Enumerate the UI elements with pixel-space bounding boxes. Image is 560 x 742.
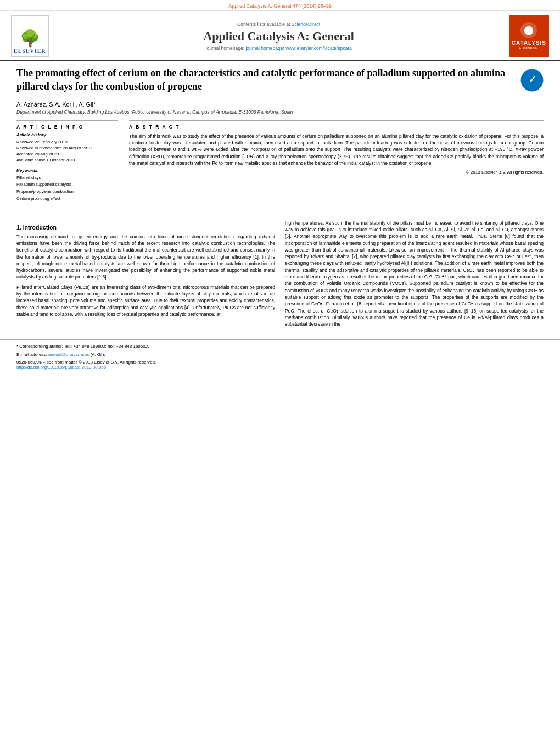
article-title: The promoting effect of cerium on the ch… [16, 66, 509, 93]
journal-header: 🌳 ELSEVIER Contents lists available at S… [0, 11, 560, 61]
email-prefix: E-mail address: [16, 352, 48, 357]
catalysis-title: CATALYSIS [512, 40, 546, 47]
keyword-4: Cerium promoting effect [16, 196, 118, 203]
svg-text:CrossMark: CrossMark [525, 87, 539, 90]
abstract-header: A B S T R A C T [129, 124, 544, 130]
received-date: Received 22 February 2013 [16, 139, 118, 145]
authors: A. Aznárez, S.A. Korili, A. Gil* [16, 101, 544, 108]
keyword-1: Pillared clays [16, 175, 118, 182]
section-divider [0, 214, 560, 214]
journal-link[interactable]: Applied Catalysis A: General 474 (2014) … [228, 3, 332, 9]
contents-line: Contents lists available at ScienceDirec… [49, 21, 509, 27]
article-info-box: A R T I C L E I N F O Article history: R… [16, 120, 118, 203]
intro-paragraph-1: The increasing demand for green energy a… [16, 233, 275, 281]
accepted-date: Accepted 29 August 2013 [16, 151, 118, 157]
intro-section-title: 1. Introduction [16, 224, 275, 231]
elsevier-logo: 🌳 ELSEVIER [11, 15, 49, 57]
keyword-2: Palladium supported catalysts [16, 181, 118, 188]
issn-line: 0926-860X/$ – see front matter © 2013 El… [16, 360, 544, 365]
history-label: Article history: [16, 132, 118, 137]
catalysis-logo: ⬤ CATALYSIS A: GENERAL [509, 15, 549, 57]
email-link[interactable]: andoni@unavarra.es [48, 352, 89, 357]
elsevier-brand: ELSEVIER [14, 48, 46, 54]
article-info-column: A R T I C L E I N F O Article history: R… [16, 120, 118, 203]
article-title-section: The promoting effect of cerium on the ch… [16, 66, 544, 97]
affiliation: Department of Applied Chemistry, Buildin… [16, 109, 544, 115]
abstract-text: The aim of this work was to study the ef… [129, 133, 544, 167]
copyright: © 2013 Elsevier B.V. All rights reserved… [129, 170, 544, 175]
section-title-text: Introduction [23, 224, 57, 231]
crossmark-badge[interactable]: ✓ CrossMark [520, 69, 544, 92]
journal-url[interactable]: journal homepage: www.elsevier.com/locat… [245, 46, 351, 51]
main-col-right: high temperatures. As such, the thermal … [285, 220, 544, 331]
catalysis-icon: ⬤ [520, 22, 537, 38]
main-col-left: 1. Introduction The increasing demand fo… [16, 220, 275, 331]
available-date: Available online 1 October 2013 [16, 157, 118, 163]
article-body: The promoting effect of cerium on the ch… [0, 61, 560, 208]
title-text: The promoting effect of cerium on the ch… [16, 66, 509, 93]
page: Applied Catalysis A: General 474 (2014) … [0, 0, 560, 742]
info-abstract-columns: A R T I C L E I N F O Article history: R… [16, 120, 544, 203]
top-bar: Applied Catalysis A: General 474 (2014) … [0, 0, 560, 11]
received-revised-date: Received in revised form 28 August 2013 [16, 145, 118, 151]
journal-title: Applied Catalysis A: General [49, 29, 509, 43]
email-note: E-mail address: andoni@unavarra.es (A. G… [16, 352, 544, 358]
svg-text:✓: ✓ [528, 74, 536, 85]
email-suffix: (A. Gil). [90, 352, 105, 357]
corresponding-note: * Corresponding author. Tel.: +34 948 16… [16, 343, 544, 350]
keywords-label: Keywords: [16, 168, 118, 173]
intro-paragraph-3: high temperatures. As such, the thermal … [285, 220, 544, 328]
homepage-line: journal homepage: journal homepage: www.… [49, 46, 509, 51]
sciencedirect-link[interactable]: ScienceDirect [292, 21, 320, 27]
abstract-column: A B S T R A C T The aim of this work was… [129, 120, 544, 203]
article-info-header: A R T I C L E I N F O [16, 124, 118, 130]
crossmark-svg: ✓ CrossMark [520, 69, 544, 92]
keyword-3: Propene/propylene combustion [16, 188, 118, 196]
doi-line[interactable]: http://dx.doi.org/10.1016/j.apcata.2013.… [16, 365, 544, 370]
intro-paragraph-2: Pillared InterCalated Clays (PILCs) are … [16, 284, 275, 318]
catalysis-subtitle: A: GENERAL [519, 47, 539, 51]
keywords-section: Keywords: Pillared clays Palladium suppo… [16, 168, 118, 203]
main-content: 1. Introduction The increasing demand fo… [0, 220, 560, 337]
article-footer: * Corresponding author. Tel.: +34 948 16… [0, 339, 560, 373]
journal-center-info: Contents lists available at ScienceDirec… [49, 21, 509, 51]
abstract-box: A B S T R A C T The aim of this work was… [129, 120, 544, 175]
tree-icon: 🌳 [20, 30, 40, 47]
section-number: 1. [16, 224, 21, 231]
